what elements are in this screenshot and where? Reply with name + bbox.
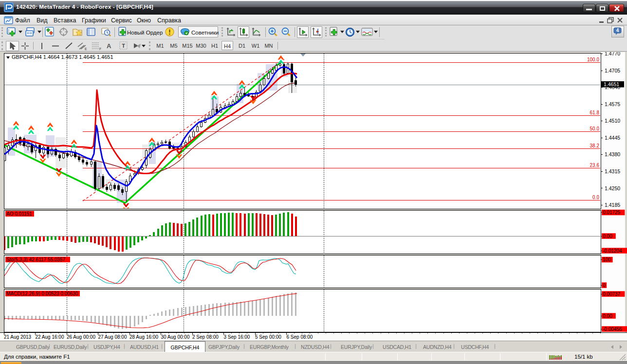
svg-text:100.0: 100.0 [587,57,599,62]
svg-text:1.4651: 1.4651 [604,81,619,87]
svg-text:3 Sep 16:00: 3 Sep 16:00 [224,334,250,340]
svg-text:21 Aug 2013: 21 Aug 2013 [4,334,32,340]
svg-text:0.00737: 0.00737 [603,291,621,297]
svg-text:MACD(12,26,9) 0.00523 0.00630: MACD(12,26,9) 0.00523 0.00630 [6,291,78,296]
svg-text:1.4510: 1.4510 [605,118,620,124]
svg-text:Sto(5,3,3) 42.6117 55.0357: Sto(5,3,3) 42.6117 55.0357 [6,257,65,262]
svg-text:-0.01204: -0.01204 [603,248,622,254]
svg-text:1.4705: 1.4705 [605,68,620,73]
svg-text:1.4315: 1.4315 [605,168,620,174]
svg-text:23.6: 23.6 [590,163,600,168]
svg-text:27 Aug 08:00: 27 Aug 08:00 [98,334,127,340]
svg-text:0.00: 0.00 [603,313,612,319]
svg-text:1.4770: 1.4770 [605,52,620,56]
svg-text:1.4185: 1.4185 [605,202,620,208]
svg-text:50.0: 50.0 [590,126,600,131]
svg-text:E: E [85,47,87,51]
svg-text:26 Aug 00:00: 26 Aug 00:00 [67,334,95,340]
svg-text:61.8: 61.8 [590,110,600,115]
svg-text:0.01725: 0.01725 [603,210,621,215]
svg-text:28 Aug 16:00: 28 Aug 16:00 [129,334,158,340]
svg-text:30 Aug 00:00: 30 Aug 00:00 [161,334,190,340]
svg-text:AO 0.01151: AO 0.01151 [6,211,32,217]
svg-text:5 Sep 00:00: 5 Sep 00:00 [255,334,281,340]
svg-text:38.2: 38.2 [590,143,600,148]
svg-text:100: 100 [603,257,611,262]
svg-text:1.4250: 1.4250 [605,185,620,191]
svg-text:2 Sep 08:00: 2 Sep 08:00 [192,334,219,340]
svg-text:1.4380: 1.4380 [605,151,620,157]
svg-text:0: 0 [603,283,606,288]
svg-text:-0.00456: -0.00456 [603,327,622,332]
svg-text:1.4445: 1.4445 [605,135,620,141]
svg-text:4: 4 [616,28,619,33]
svg-text:1.4575: 1.4575 [605,101,620,107]
svg-text:6 Sep 08:00: 6 Sep 08:00 [287,334,313,340]
svg-text:0.00: 0.00 [603,234,612,239]
svg-text:F: F [99,47,101,51]
svg-text:0.0: 0.0 [592,195,599,200]
svg-text:GBPCHF,H4 1.4664 1.4673 1.464: GBPCHF,H4 1.4664 1.4673 1.4645 1.4651 [12,54,113,60]
svg-text:T: T [122,43,125,49]
svg-text:22 Aug 16:00: 22 Aug 16:00 [36,334,64,340]
